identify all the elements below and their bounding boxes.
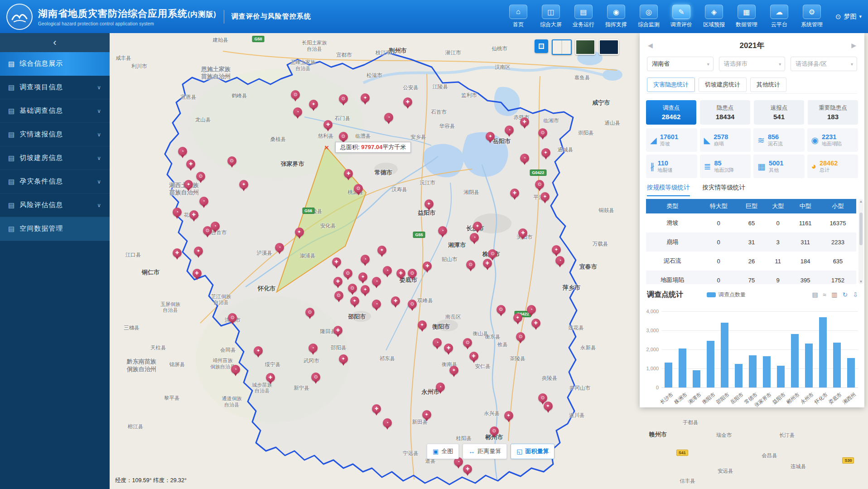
nav-item-forecast[interactable]: ◈区域预报 xyxy=(699,5,729,29)
hazard-point-marker[interactable]: ◔ xyxy=(372,300,381,309)
hazard-point-marker[interactable]: ⊙ xyxy=(348,284,357,293)
type-stat-landslide[interactable]: ◢17601滑坡 xyxy=(646,128,697,152)
nav-item-monitoring[interactable]: ◎综合监测 xyxy=(633,5,664,29)
hazard-point-marker[interactable]: ⊙ xyxy=(228,313,237,322)
hazard-point-marker[interactable]: ⊙ xyxy=(408,300,417,309)
hazard-point-marker[interactable]: ✦ xyxy=(361,93,370,102)
hazard-point-marker[interactable]: ◔ xyxy=(211,222,220,231)
hazard-point-marker[interactable]: ◔ xyxy=(438,226,447,235)
stat-card-important-hazard-points[interactable]: 重要隐患点183 xyxy=(808,100,858,125)
hazard-point-marker[interactable]: ✚ xyxy=(332,257,341,266)
prev-year-button[interactable]: ◀ xyxy=(648,42,653,49)
stat-card-report-points[interactable]: 速报点541 xyxy=(754,100,804,125)
hazard-point-marker[interactable]: ⊙ xyxy=(311,373,320,382)
sidebar-collapse-button[interactable]: ‹ xyxy=(0,33,110,52)
hazard-point-marker[interactable]: ✚ xyxy=(403,97,412,107)
sidebar-item-survey-projects[interactable]: ▤调查项目信息∨ xyxy=(0,76,110,99)
sidebar-item-basic-survey[interactable]: ▤基础调查信息∨ xyxy=(0,99,110,123)
hazard-point-marker[interactable]: ✦ xyxy=(552,245,561,254)
type-stat-debris-flow[interactable]: ≋856泥石流 xyxy=(753,128,805,152)
table-scrollbar[interactable]: ▲ ▼ xyxy=(858,199,863,284)
type-stat-ground-collapse[interactable]: ◉2231地面塌陷 xyxy=(807,128,858,152)
hazard-point-marker[interactable]: ✦ xyxy=(418,320,427,329)
hazard-point-marker[interactable]: ✚ xyxy=(469,352,478,361)
type-stat-ground-fissure[interactable]: ∦110地裂缝 xyxy=(646,155,697,178)
stat-card-hazard-points[interactable]: 隐患点18434 xyxy=(700,100,750,125)
hazard-point-marker[interactable]: ◔ xyxy=(275,243,284,252)
tab-by-scale[interactable]: 按规模等级统计 xyxy=(647,184,690,196)
hazard-point-marker[interactable]: ✦ xyxy=(422,410,431,419)
hazard-point-marker[interactable]: ✦ xyxy=(544,402,553,411)
hazard-point-marker[interactable]: ✚ xyxy=(396,269,405,278)
hazard-point-marker[interactable]: ✚ xyxy=(173,248,182,257)
nav-item-business[interactable]: ▤业务运行 xyxy=(568,5,599,29)
measure-distance-button[interactable]: ↔距离量算 xyxy=(463,444,507,459)
nav-item-cloud[interactable]: ☁云平台 xyxy=(764,5,795,29)
hazard-point-marker[interactable]: ✦ xyxy=(513,313,522,322)
user-menu[interactable]: ⊙ 梦图 ▾ xyxy=(835,13,862,21)
download-icon[interactable]: ⇩ xyxy=(853,291,858,298)
hazard-point-marker[interactable]: ⊙ xyxy=(497,305,506,314)
hazard-point-marker[interactable]: ✚ xyxy=(510,189,519,198)
hazard-point-marker[interactable]: ✚ xyxy=(518,228,527,237)
sidebar-item-hazard-conditions[interactable]: ▤孕灾条件信息∨ xyxy=(0,170,110,194)
layer-toggle-button[interactable] xyxy=(535,39,548,53)
hazard-point-marker[interactable]: ◔ xyxy=(231,365,240,374)
nav-item-system[interactable]: ⚙系统管理 xyxy=(796,5,827,29)
hazard-point-marker[interactable]: ◔ xyxy=(383,418,392,427)
type-stat-other[interactable]: ▦5001其他 xyxy=(753,155,805,178)
hazard-point-marker[interactable]: ✦ xyxy=(541,148,550,157)
hazard-point-marker[interactable]: ⊙ xyxy=(196,172,205,181)
basemap-satellite-thumbnail[interactable] xyxy=(575,39,595,55)
hazard-point-marker[interactable]: ✚ xyxy=(193,269,202,278)
scroll-down-icon[interactable]: ▼ xyxy=(858,280,863,284)
hazard-point-marker[interactable]: ⊙ xyxy=(339,132,348,141)
sidebar-item-slope-housing[interactable]: ▤切坡建房信息∨ xyxy=(0,146,110,170)
sidebar-item-overview[interactable]: ▤综合信息展示 xyxy=(0,52,110,76)
hazard-point-marker[interactable]: ⊙ xyxy=(339,94,348,103)
region-select-city[interactable]: 请选择市▾ xyxy=(719,57,786,71)
basemap-vector-thumbnail[interactable] xyxy=(552,39,572,55)
refresh-icon[interactable]: ↻ xyxy=(843,291,848,298)
nav-item-home[interactable]: ⌂首页 xyxy=(503,5,534,29)
hazard-point-marker[interactable]: ✚ xyxy=(463,465,472,474)
hazard-point-marker[interactable]: ✚ xyxy=(391,296,400,305)
hazard-point-marker[interactable]: ⊙ xyxy=(291,90,300,99)
tab-hazard[interactable]: 灾害隐患统计 xyxy=(647,77,695,92)
nav-item-survey-eval[interactable]: ✎调查评价 xyxy=(666,5,697,29)
hazard-point-marker[interactable]: ◔ xyxy=(309,344,318,353)
bar-chart-icon[interactable]: ▥ xyxy=(831,291,837,298)
hazard-point-marker[interactable]: ⊙ xyxy=(466,260,475,269)
hazard-point-marker[interactable]: ✦ xyxy=(540,192,550,201)
hazard-point-marker[interactable]: ⊙ xyxy=(227,156,236,165)
nav-item-command[interactable]: ◉指挥支撑 xyxy=(601,5,632,29)
nav-item-data-mgmt[interactable]: ▦数据管理 xyxy=(731,5,762,29)
sidebar-item-risk-assessment[interactable]: ▤风险评估信息∨ xyxy=(0,194,110,217)
tab-slope-house[interactable]: 切坡建房统计 xyxy=(699,77,747,92)
basemap-dark-thumbnail[interactable] xyxy=(599,39,619,55)
type-stat-ground-subsidence[interactable]: ≣85地面沉降 xyxy=(700,155,751,178)
hazard-point-marker[interactable]: ◔ xyxy=(383,266,392,275)
sidebar-item-spatial-data[interactable]: ▤空间数据管理 xyxy=(0,217,110,241)
type-stat-collapse[interactable]: ◣2578崩塌 xyxy=(700,128,751,152)
stat-card-survey-points[interactable]: 调查点28462 xyxy=(646,100,696,125)
hazard-point-marker[interactable]: ✚ xyxy=(531,319,540,328)
hazard-point-marker[interactable]: ✦ xyxy=(449,366,458,375)
hazard-point-marker[interactable]: ⊙ xyxy=(334,291,343,300)
nav-item-big-screen[interactable]: ◫综合大屏 xyxy=(535,5,566,29)
hazard-point-marker[interactable]: ⊙ xyxy=(490,426,499,436)
hazard-point-marker[interactable]: ✦ xyxy=(504,411,513,420)
hazard-point-marker[interactable]: ◔ xyxy=(520,154,529,163)
hazard-point-marker[interactable]: ◔ xyxy=(178,147,187,156)
type-stat-total[interactable]: ◕28462总计 xyxy=(807,155,858,178)
scroll-up-icon[interactable]: ▲ xyxy=(858,199,863,203)
full-extent-button[interactable]: ▣全图 xyxy=(427,444,459,459)
hazard-point-marker[interactable]: ✦ xyxy=(377,246,386,255)
measure-area-button[interactable]: ◱面积量算 xyxy=(511,444,555,459)
hazard-point-marker[interactable]: ✦ xyxy=(424,199,434,208)
tab-by-severity[interactable]: 按灾情等级统计 xyxy=(703,184,746,196)
tab-other[interactable]: 其他统计 xyxy=(750,77,786,92)
hazard-point-marker[interactable]: ⊙ xyxy=(538,393,547,402)
hazard-point-marker[interactable]: ✦ xyxy=(350,296,359,305)
hazard-point-marker[interactable]: ✚ xyxy=(333,326,342,335)
